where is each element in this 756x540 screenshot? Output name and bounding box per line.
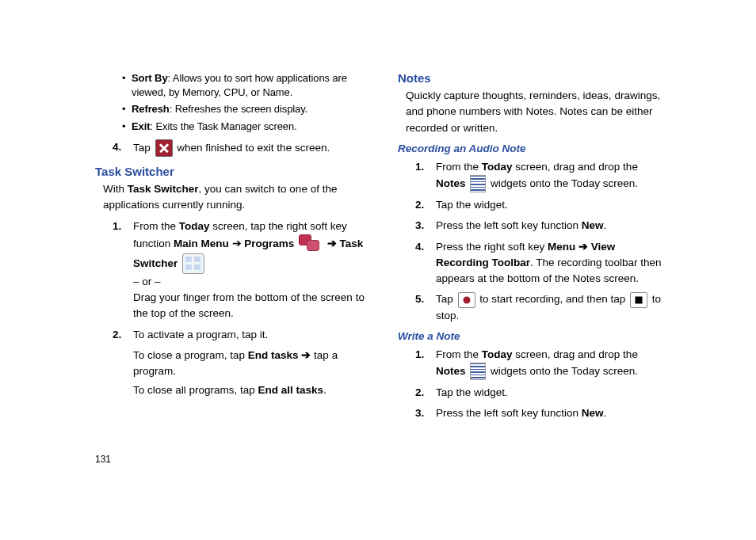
text: widgets onto the Today screen.: [491, 177, 638, 189]
or-divider: – or –: [133, 274, 366, 290]
step-body: Press the left soft key function New.: [436, 405, 669, 421]
step-body: Tap the widget.: [436, 197, 669, 213]
text: To close a program, tap: [133, 349, 248, 361]
text-bold: Programs: [242, 238, 298, 249]
bullet-exit: Exit: Exits the Task Manager screen.: [132, 120, 366, 134]
record-icon: [458, 292, 475, 308]
step-number: 1.: [415, 159, 436, 192]
step-body: From the Today screen, tap the right sof…: [133, 219, 366, 322]
write-step-1: 1. From the Today screen, drag and drop …: [415, 347, 669, 380]
text: Tap: [436, 293, 456, 305]
text-bold: Main Menu: [174, 238, 232, 249]
text: when finished to exit the screen.: [177, 142, 330, 154]
task-switcher-intro: With Task Switcher, you can switch to on…: [103, 181, 366, 214]
ts-step-2: 2. To activate a program, tap it.: [113, 327, 366, 343]
ts-step-2-cont1: To close a program, tap End tasks ➔ tap …: [133, 348, 366, 380]
text: screen, drag and drop the: [513, 161, 638, 173]
step-body: Tap to start recording, and then tap to …: [436, 291, 669, 324]
bullet-refresh: Refresh: Refreshes the screen display.: [132, 102, 366, 116]
text: Press the right soft key: [436, 241, 548, 253]
step-body: Tap when finished to exit the screen.: [133, 139, 366, 157]
text: From the: [436, 161, 482, 173]
heading-notes: Notes: [398, 71, 669, 85]
step-number: 4.: [113, 139, 133, 157]
stop-icon: [630, 292, 647, 308]
bullet-sort-by: Sort By: Allows you to sort how applicat…: [132, 71, 366, 99]
text-bold: New: [582, 407, 604, 419]
rec-step-2: 2. Tap the widget.: [415, 197, 669, 213]
ts-step-2-cont2: To close all programs, tap End all tasks…: [133, 382, 366, 398]
page-content: Sort By: Allows you to sort how applicat…: [0, 0, 756, 427]
text: Drag your finger from the bottom of the …: [133, 290, 366, 322]
text-bold: End all tasks: [258, 384, 324, 396]
text: screen, drag and drop the: [513, 348, 638, 360]
close-icon: [155, 139, 173, 157]
task-switcher-icon: [182, 253, 204, 274]
rec-step-4: 4. Press the right soft key Menu ➔ View …: [415, 239, 669, 287]
text-bold: Today: [482, 348, 513, 360]
text: Press the left soft key function: [436, 219, 582, 231]
step-4: 4. Tap when finished to exit the screen.: [113, 139, 366, 157]
text: From the: [436, 348, 482, 360]
step-number: 1.: [415, 347, 436, 380]
text: Press the left soft key function: [436, 407, 582, 419]
notes-widget-icon: [470, 175, 486, 192]
step-body: From the Today screen, drag and drop the…: [436, 159, 669, 192]
text: To close all programs, tap: [133, 384, 258, 396]
text-bold: Notes: [436, 365, 466, 377]
step-number: 5.: [415, 291, 436, 324]
step-number: 2.: [113, 327, 133, 343]
text: widgets onto the Today screen.: [491, 365, 638, 377]
notes-intro: Quickly capture thoughts, reminders, ide…: [398, 88, 669, 136]
text: To activate a program, tap it.: [133, 329, 268, 340]
step-number: 4.: [415, 239, 436, 287]
ts-step-1: 1. From the Today screen, tap the right …: [113, 219, 366, 322]
step-body: From the Today screen, drag and drop the…: [436, 347, 669, 380]
text-bold: End tasks ➔: [248, 349, 311, 361]
programs-icon: [299, 234, 323, 253]
text-bold: New: [582, 219, 604, 231]
right-column: Notes Quickly capture thoughts, reminder…: [398, 71, 669, 427]
heading-write-a-note: Write a Note: [398, 330, 669, 342]
step-body: To activate a program, tap it.: [133, 327, 366, 343]
step-number: 1.: [113, 219, 133, 322]
step-number: 3.: [415, 218, 436, 234]
text: .: [604, 219, 607, 231]
step-number: 2.: [415, 385, 436, 401]
heading-task-switcher: Task Switcher: [95, 165, 366, 178]
notes-widget-icon: [470, 363, 486, 380]
write-step-2: 2. Tap the widget.: [415, 385, 669, 401]
task-manager-options: Sort By: Allows you to sort how applicat…: [95, 71, 366, 133]
text: Tap: [133, 142, 154, 154]
arrow-icon: ➔: [232, 238, 242, 249]
rec-step-1: 1. From the Today screen, drag and drop …: [415, 159, 669, 192]
step-body: Press the left soft key function New.: [436, 218, 669, 234]
text: .: [604, 407, 607, 419]
step-body: Tap the widget.: [436, 385, 669, 401]
rec-step-5: 5. Tap to start recording, and then tap …: [415, 291, 669, 324]
text: .: [323, 384, 326, 396]
rec-step-3: 3. Press the left soft key function New.: [415, 218, 669, 234]
heading-recording-audio-note: Recording an Audio Note: [398, 143, 669, 154]
write-step-3: 3. Press the left soft key function New.: [415, 405, 669, 421]
left-column: Sort By: Allows you to sort how applicat…: [95, 71, 366, 427]
step-body: Press the right soft key Menu ➔ View Rec…: [436, 239, 669, 287]
text: From the: [133, 220, 179, 232]
step-number: 3.: [415, 405, 436, 421]
text-bold: Task Switcher: [128, 183, 199, 195]
text-bold: Notes: [436, 177, 466, 189]
arrow-icon: ➔: [327, 238, 340, 249]
page-number: 131: [95, 454, 111, 465]
step-number: 2.: [415, 197, 436, 213]
text: to start recording, and then tap: [479, 293, 628, 305]
text-bold: Today: [179, 220, 210, 232]
text-bold: Today: [482, 161, 513, 173]
text: With: [103, 183, 128, 195]
